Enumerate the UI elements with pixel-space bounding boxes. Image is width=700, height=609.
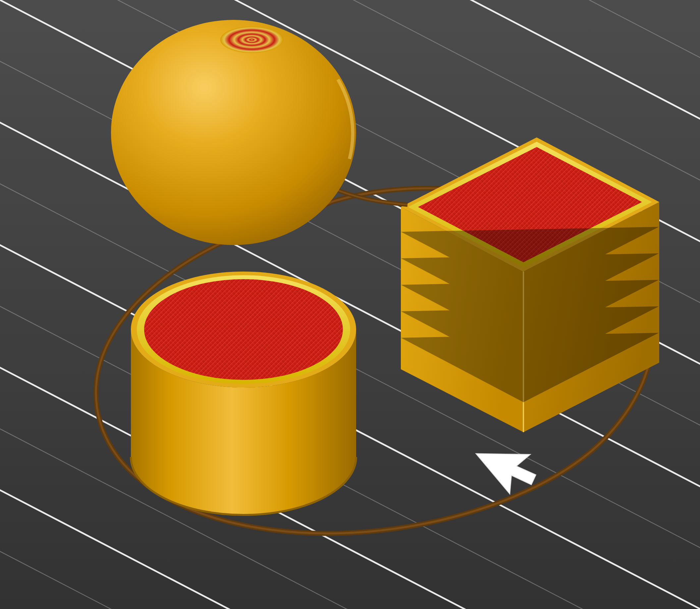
svg-point-41 [220, 27, 283, 53]
svg-point-39 [144, 279, 343, 380]
sphere-object[interactable] [111, 20, 356, 245]
svg-point-40 [111, 20, 356, 245]
scene-canvas: ORIG [0, 0, 700, 609]
slicer-3d-viewport[interactable]: ORIG [0, 0, 700, 609]
cylinder-object[interactable] [131, 272, 356, 515]
